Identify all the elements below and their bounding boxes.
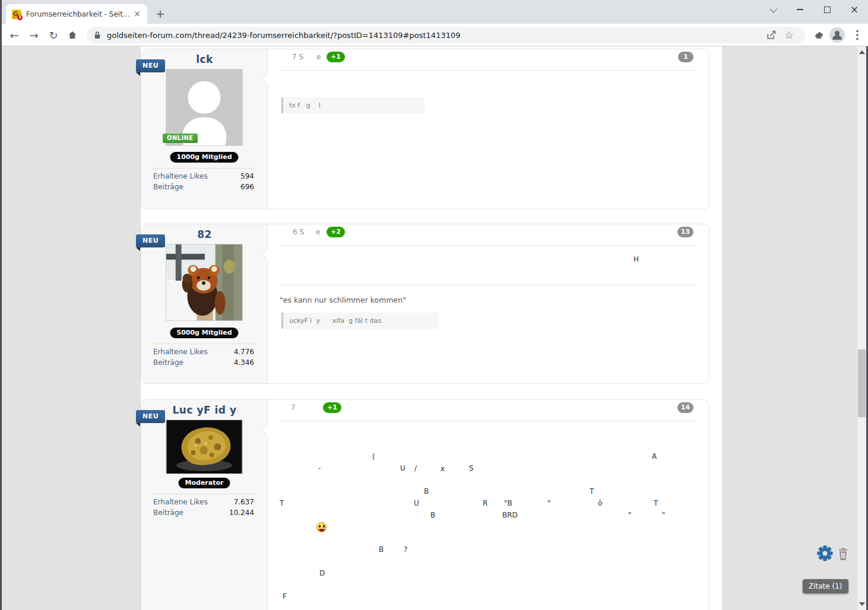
reload-icon[interactable]: ↻ (44, 24, 63, 46)
post-card-3: Luc yF id y Moderator Erhaltene Likes7.6… (141, 399, 709, 610)
scroll-up-icon[interactable] (859, 50, 865, 54)
text-fragment: A (652, 452, 657, 460)
post-timestamp-2: e (316, 228, 320, 236)
window-maximize-button[interactable] (815, 0, 840, 19)
text-fragment: H (633, 255, 639, 263)
signature-text: "es kann nur schlimmer kommen" (280, 296, 406, 304)
text-fragment: - (318, 464, 321, 472)
online-badge: ONLINE (163, 134, 198, 143)
post-card-2: 82 (141, 224, 709, 384)
grin-smiley-icon (316, 522, 327, 532)
scroll-down-icon[interactable] (859, 602, 865, 606)
text-fragment: U (400, 464, 406, 472)
text-fragment: ö (598, 499, 602, 507)
text-fragment: "B (504, 499, 512, 507)
post-1-user-sidebar: lck ONLINE 1000g Mitglied Erhaltene Like… (141, 49, 268, 209)
like-counter-badge[interactable]: +2 (327, 227, 345, 237)
page-scrollbar[interactable] (857, 46, 866, 610)
rank-badge: 5000g Mitglied (170, 328, 238, 338)
text-fragment: B (424, 487, 429, 495)
forward-icon[interactable]: → (24, 24, 43, 46)
favicon-badge: 3 (17, 15, 23, 20)
text-fragment: S (469, 464, 474, 472)
text-fragment: T (590, 487, 594, 495)
text-fragment: BRD (502, 511, 518, 519)
like-note-box: uckyF i y xlfa g fäl t das. (281, 313, 438, 329)
header-divider (280, 70, 695, 71)
extensions-puzzle-icon[interactable] (810, 24, 829, 46)
goldseiten-favicon-icon: G 3 (12, 9, 21, 19)
tab-title: Forumserreichbarkeit - Seite 11 - (26, 10, 132, 18)
text-fragment: x (441, 465, 445, 473)
signature-box: tx f g l (281, 97, 425, 113)
tab-search-chevron-icon[interactable] (760, 0, 785, 19)
new-badge: NEU (136, 59, 165, 72)
divider (153, 168, 254, 169)
like-counter-badge[interactable]: +1 (327, 52, 345, 62)
quotes-button[interactable]: Zitate (1) (803, 579, 848, 593)
text-fragment: " (547, 499, 551, 507)
text-fragment: D (319, 569, 325, 577)
divider (153, 344, 254, 344)
avatar-red-panda[interactable] (166, 244, 243, 321)
likes-stat: Erhaltene Likes594 (153, 172, 254, 180)
window-edge-left (0, 0, 2, 610)
lock-icon[interactable] (94, 31, 101, 40)
share-icon[interactable] (762, 27, 780, 43)
tab-close-icon[interactable]: × (132, 9, 142, 20)
window-minimize-button[interactable] (787, 0, 812, 19)
posts-stat: Beiträge696 (153, 183, 254, 191)
new-badge: NEU (136, 234, 165, 247)
browser-titlebar: G 3 Forumserreichbarkeit - Seite 11 - × … (0, 0, 868, 24)
url-text[interactable]: goldseiten-forum.com/thread/24239-forums… (107, 31, 762, 40)
likes-stat: Erhaltene Likes4.776 (153, 348, 254, 356)
rank-badge: 1000g Mitglied (170, 152, 238, 163)
post-2-user-sidebar: 82 (141, 224, 268, 383)
post-number-link[interactable]: 1 (678, 52, 693, 62)
text-fragment: F (283, 592, 287, 601)
text-fragment: B (379, 545, 384, 554)
text-fragment: R (483, 499, 487, 507)
text-fragment: B (430, 511, 435, 519)
text-fragment: T (280, 499, 284, 507)
back-icon[interactable]: ← (5, 24, 24, 46)
browser-tab[interactable]: G 3 Forumserreichbarkeit - Seite 11 - × (6, 4, 147, 24)
window-close-button[interactable]: × (842, 0, 867, 19)
scatter-layer: (A-U/xSBTTUR"B"öTBBRD""B?DF (141, 400, 709, 610)
posts-stat: Beiträge4.346 (153, 358, 254, 367)
post-timestamp: 7 S (292, 53, 303, 61)
settings-gear-icon[interactable] (816, 545, 834, 562)
forum-page: lck ONLINE 1000g Mitglied Erhaltene Like… (0, 46, 868, 610)
new-tab-button[interactable]: + (153, 7, 167, 21)
text-fragment: T (654, 499, 658, 507)
trash-icon[interactable] (838, 548, 848, 560)
post-timestamp: 6 S (293, 228, 304, 236)
text-fragment: / (414, 464, 417, 472)
new-badge: NEU (136, 410, 165, 423)
text-fragment: " (628, 511, 632, 519)
bookmark-star-icon[interactable]: ☆ (780, 27, 798, 43)
text-fragment: ? (404, 545, 407, 554)
post-timestamp-2: e (316, 53, 321, 61)
home-icon[interactable] (63, 24, 82, 46)
header-divider (280, 245, 695, 246)
url-bar[interactable]: goldseiten-forum.com/thread/24239-forums… (87, 27, 805, 43)
content-divider (280, 285, 695, 285)
post-number-link[interactable]: 13 (677, 227, 693, 237)
post-card-1: lck ONLINE 1000g Mitglied Erhaltene Like… (141, 49, 709, 209)
text-fragment: " (662, 511, 666, 519)
text-fragment: U (414, 499, 419, 507)
profile-avatar-icon[interactable] (828, 24, 847, 46)
scrollbar-thumb[interactable] (858, 350, 866, 417)
browser-menu-icon[interactable] (848, 24, 867, 46)
text-fragment: ( (372, 453, 375, 461)
browser-toolbar: ← → ↻ goldseiten-forum.com/thread/24239-… (0, 24, 868, 46)
